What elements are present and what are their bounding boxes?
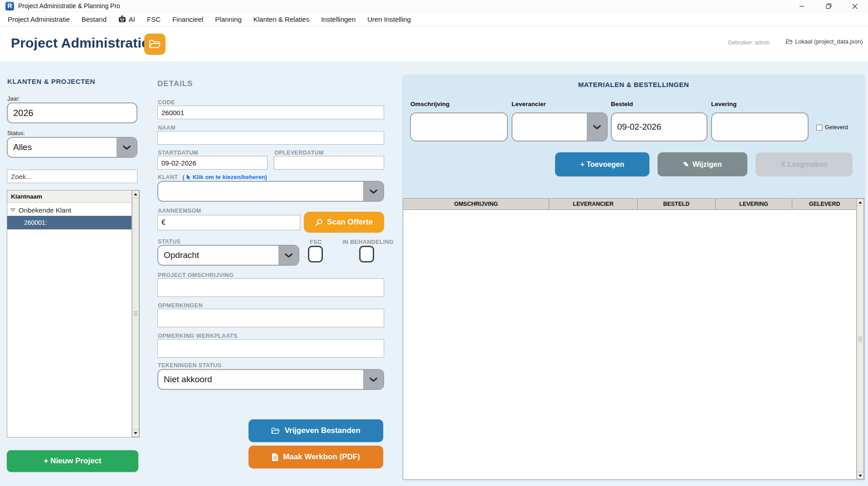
restore-button[interactable] xyxy=(815,0,842,12)
in-behandeling-checkbox[interactable] xyxy=(359,246,374,262)
close-button[interactable] xyxy=(842,0,868,12)
details-heading: DETAILS xyxy=(157,79,193,88)
startdatum-input[interactable] xyxy=(157,156,268,170)
open-folder-icon xyxy=(149,39,161,49)
tree-group-onbekende-klant[interactable]: Onbekende Klant xyxy=(7,204,139,216)
tree-item-260001-selected[interactable]: 260001: xyxy=(7,216,132,229)
opmerkingen-input[interactable] xyxy=(157,309,384,327)
table-header-besteld[interactable]: BESTELD xyxy=(638,199,716,210)
project-omschrijving-label: PROJECT OMSCHRIJVING xyxy=(158,272,234,278)
tekeningen-status-dropdown[interactable]: Niet akkoord xyxy=(157,369,384,390)
klant-label: KLANT xyxy=(158,174,178,180)
jaar-input[interactable] xyxy=(7,102,137,123)
menu-klanten-relaties[interactable]: Klanten & Relaties xyxy=(248,12,315,26)
menu-ai[interactable]: AI xyxy=(112,12,141,26)
minimize-button[interactable] xyxy=(789,0,815,12)
tree-expand-icon[interactable] xyxy=(10,208,15,212)
opmerking-werkplaats-label: OPMERKING WERKPLAATS xyxy=(158,333,238,339)
geleverd-checkbox-group[interactable]: Geleverd xyxy=(816,124,848,131)
status-filter-dropdown-button[interactable] xyxy=(117,138,137,157)
opmerkingen-label: OPMERKINGEN xyxy=(158,302,203,309)
scan-offerte-button[interactable]: Scan Offerte xyxy=(304,212,384,233)
sidebar-heading: KLANTEN & PROJECTEN xyxy=(7,78,95,85)
magnifier-icon xyxy=(315,219,323,226)
leverancier-dropdown[interactable] xyxy=(512,112,608,141)
window-title: Project Administratie & Planning Pro xyxy=(18,2,120,10)
menu-uren-instelling[interactable]: Uren Instelling xyxy=(361,12,417,26)
menu-project-administratie[interactable]: Project Administratie xyxy=(2,12,76,26)
klant-dropdown-value xyxy=(158,182,363,201)
chevron-down-icon xyxy=(284,253,293,258)
status-dropdown-button[interactable] xyxy=(278,246,298,265)
chevron-down-icon xyxy=(593,125,601,130)
fsc-checkbox[interactable] xyxy=(308,246,323,262)
project-omschrijving-input[interactable] xyxy=(157,278,384,297)
menu-financieel[interactable]: Financieel xyxy=(166,12,209,26)
tree-scroll-down-button[interactable] xyxy=(132,429,139,437)
leverancier-dropdown-value xyxy=(512,113,587,141)
klant-dropdown[interactable] xyxy=(157,181,384,202)
table-header-leverancier[interactable]: LEVERANCIER xyxy=(549,199,638,210)
naam-input[interactable] xyxy=(157,131,384,145)
maak-werkbon-button[interactable]: Maak Werkbon (PDF) xyxy=(249,446,383,468)
naam-label: NAAM xyxy=(158,125,176,131)
omschrijving-input[interactable] xyxy=(411,113,507,141)
klant-dropdown-button[interactable] xyxy=(363,182,383,201)
menu-fsc[interactable]: FSC xyxy=(141,12,166,26)
scroll-up-icon xyxy=(858,201,862,204)
besteld-input[interactable] xyxy=(612,113,707,141)
table-header-geleverd[interactable]: GELEVERD xyxy=(792,199,857,210)
toevoegen-button[interactable]: + Toevoegen xyxy=(555,152,649,176)
in-behandeling-label: IN BEHANDELING xyxy=(342,239,394,245)
klant-manage-link[interactable]: ( Klik om te kiezen/beheren) xyxy=(182,174,267,180)
leegmaken-button[interactable]: X Leegmaken xyxy=(756,152,853,176)
wijzigen-button[interactable]: ✎ Wijzigen xyxy=(658,152,747,176)
status-filter-dropdown[interactable]: Alles xyxy=(7,137,137,158)
tree-column-header[interactable]: Klantnaam xyxy=(7,190,132,203)
jaar-label: Jaar: xyxy=(7,96,20,102)
opleverdatum-input[interactable] xyxy=(274,156,384,170)
page-title: Project Administratie xyxy=(11,35,149,51)
leverancier-dropdown-button[interactable] xyxy=(587,113,607,141)
tree-scroll-up-button[interactable] xyxy=(132,190,139,198)
menu-bestand[interactable]: Bestand xyxy=(76,12,112,26)
leverancier-label: Leverancier xyxy=(512,101,546,107)
app-logo-icon: R xyxy=(5,2,14,10)
opmerking-werkplaats-input[interactable] xyxy=(157,339,384,358)
aanneemsom-label: AANNEEMSOM xyxy=(158,208,201,214)
app-window: R Project Administratie & Planning Pro P… xyxy=(0,0,868,486)
code-input[interactable] xyxy=(157,106,384,119)
table-scrollbar[interactable] xyxy=(856,199,864,479)
table-header-levering[interactable]: LEVERING xyxy=(716,199,793,210)
vrijgeven-bestanden-button[interactable]: Vrijgeven Bestanden xyxy=(249,419,383,442)
materials-heading: MATERIALEN & BESTELLINGEN xyxy=(402,81,865,88)
materials-table-body xyxy=(403,210,864,479)
levering-input[interactable] xyxy=(712,113,808,141)
robot-icon xyxy=(118,15,126,23)
table-scroll-up-button[interactable] xyxy=(857,199,864,206)
new-project-button[interactable]: + Nieuw Project xyxy=(7,450,138,472)
pencil-icon: ✎ xyxy=(683,160,689,169)
tree-scrollbar[interactable] xyxy=(132,190,139,437)
menu-planning[interactable]: Planning xyxy=(209,12,247,26)
opleverdatum-label: OPLEVERDATUM xyxy=(274,150,324,156)
table-scrollbar-thumb[interactable] xyxy=(857,206,864,472)
storage-indicator: Lokaal (project_data.json) xyxy=(786,38,863,45)
scroll-up-icon xyxy=(134,193,137,195)
geleverd-checkbox[interactable] xyxy=(816,125,822,131)
fsc-label: FSC xyxy=(310,239,322,245)
besteld-label: Besteld xyxy=(611,101,633,107)
search-input[interactable] xyxy=(7,170,137,183)
aanneemsom-input[interactable] xyxy=(157,215,300,230)
storage-folder-icon xyxy=(786,39,793,44)
status-filter-label: Status: xyxy=(7,130,25,136)
table-scroll-down-button[interactable] xyxy=(857,472,864,479)
open-project-folder-button[interactable] xyxy=(144,34,166,55)
tekeningen-status-dropdown-button[interactable] xyxy=(363,370,383,389)
status-dropdown[interactable]: Opdracht xyxy=(157,245,299,266)
materials-panel: MATERIALEN & BESTELLINGEN Omschrijving L… xyxy=(402,74,865,481)
table-header-omschrijving[interactable]: OMSCHRIJVING xyxy=(403,199,549,210)
tree-scrollbar-thumb[interactable] xyxy=(132,198,139,429)
menu-instellingen[interactable]: Instellingen xyxy=(315,12,361,26)
minimize-icon xyxy=(800,4,805,9)
